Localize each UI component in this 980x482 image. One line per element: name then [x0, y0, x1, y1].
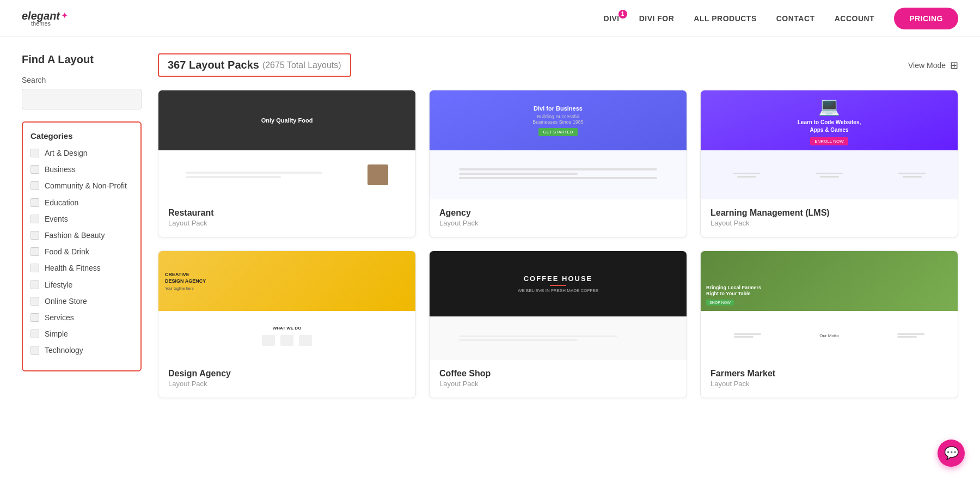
nav-item-divi[interactable]: DIVI 1	[603, 14, 619, 23]
layout-card-coffee-shop[interactable]: COFFEE HOUSE WE BELIEVE IN FRESH MADE CO…	[429, 251, 687, 398]
category-label-services: Services	[45, 313, 74, 322]
category-item-fashion-beauty[interactable]: Fashion & Beauty	[30, 230, 133, 240]
category-item-art-design[interactable]: Art & Design	[30, 148, 133, 158]
category-item-health-fitness[interactable]: Health & Fitness	[30, 263, 133, 273]
chat-icon: 💬	[944, 446, 959, 460]
category-checkbox-education[interactable]	[30, 198, 39, 207]
card-type-coffee-shop: Layout Pack	[439, 380, 677, 388]
category-label-community-non-profit: Community & Non-Profit	[45, 181, 127, 191]
category-item-events[interactable]: Events	[30, 214, 133, 224]
layout-count-sub: (2675 Total Layouts)	[262, 60, 341, 70]
categories-box: Categories Art & Design Business Communi…	[22, 121, 142, 371]
search-label: Search	[22, 76, 142, 84]
content-header: 367 Layout Packs (2675 Total Layouts) Vi…	[158, 53, 958, 77]
category-item-education[interactable]: Education	[30, 198, 133, 208]
category-checkbox-fashion-beauty[interactable]	[30, 231, 39, 240]
page-content: Find A Layout Search Categories Art & De…	[0, 37, 980, 482]
category-label-art-design: Art & Design	[45, 148, 88, 158]
category-item-business[interactable]: Business	[30, 164, 133, 174]
pricing-button[interactable]: PRICING	[894, 8, 958, 29]
nav-item-account[interactable]: ACCOUNT	[835, 14, 875, 23]
card-type-agency: Layout Pack	[439, 219, 677, 227]
category-item-food-drink[interactable]: Food & Drink	[30, 247, 133, 257]
layout-card-agency[interactable]: Divi for Business Building SuccessfulBus…	[429, 90, 687, 237]
categories-title: Categories	[30, 131, 133, 141]
logo[interactable]: elegantthemes ✦	[22, 10, 68, 27]
category-item-technology[interactable]: Technology	[30, 345, 133, 355]
layout-card-design-agency[interactable]: CREATIVEDESIGN AGENCY Your tagline here …	[158, 251, 416, 398]
category-label-technology: Technology	[45, 345, 83, 355]
main-content: 367 Layout Packs (2675 Total Layouts) Vi…	[158, 53, 958, 466]
card-name-design-agency: Design Agency	[168, 369, 406, 379]
category-checkbox-simple[interactable]	[30, 330, 39, 338]
view-mode-label: View Mode	[908, 61, 946, 70]
category-item-lifestyle[interactable]: Lifestyle	[30, 280, 133, 290]
category-item-online-store[interactable]: Online Store	[30, 296, 133, 306]
layout-card-restaurant[interactable]: Only Quality Food Restaurant Layout Pack	[158, 90, 416, 237]
category-label-simple: Simple	[45, 329, 68, 339]
category-label-online-store: Online Store	[45, 296, 87, 306]
card-type-restaurant: Layout Pack	[168, 219, 406, 227]
category-checkbox-community-non-profit[interactable]	[30, 181, 39, 190]
card-name-lms: Learning Management (LMS)	[710, 208, 948, 218]
category-item-simple[interactable]: Simple	[30, 329, 133, 339]
category-label-lifestyle: Lifestyle	[45, 280, 72, 290]
nav-item-divi-for[interactable]: DIVI FOR	[639, 14, 675, 23]
category-checkbox-online-store[interactable]	[30, 297, 39, 306]
layout-count-box: 367 Layout Packs (2675 Total Layouts)	[158, 53, 351, 77]
category-checkbox-business[interactable]	[30, 165, 39, 174]
category-label-events: Events	[45, 214, 68, 224]
category-label-education: Education	[45, 198, 78, 208]
category-checkbox-health-fitness[interactable]	[30, 264, 39, 272]
category-checkbox-lifestyle[interactable]	[30, 280, 39, 289]
card-name-coffee-shop: Coffee Shop	[439, 369, 677, 379]
category-label-fashion-beauty: Fashion & Beauty	[45, 230, 105, 240]
category-label-health-fitness: Health & Fitness	[45, 263, 101, 273]
nav-item-contact[interactable]: CONTACT	[776, 14, 815, 23]
card-type-farmers-market: Layout Pack	[710, 380, 948, 388]
card-name-agency: Agency	[439, 208, 677, 218]
nav-links: DIVI 1 DIVI FOR ALL PRODUCTS CONTACT ACC…	[603, 8, 958, 29]
category-label-food-drink: Food & Drink	[45, 247, 89, 257]
category-checkbox-technology[interactable]	[30, 346, 39, 355]
divi-badge: 1	[618, 10, 627, 19]
category-label-business: Business	[45, 164, 76, 174]
view-mode-icon[interactable]: ⊞	[950, 59, 958, 71]
nav-item-all-products[interactable]: ALL PRODUCTS	[694, 14, 756, 23]
card-name-farmers-market: Farmers Market	[710, 369, 948, 379]
logo-text: elegantthemes	[22, 10, 60, 27]
view-mode: View Mode ⊞	[908, 59, 958, 71]
layout-count-main: 367 Layout Packs	[168, 59, 259, 71]
navbar: elegantthemes ✦ DIVI 1 DIVI FOR ALL PROD…	[0, 0, 980, 37]
card-type-design-agency: Layout Pack	[168, 380, 406, 388]
sidebar-title: Find A Layout	[22, 53, 142, 66]
category-checkbox-events[interactable]	[30, 215, 39, 223]
category-checkbox-art-design[interactable]	[30, 149, 39, 157]
category-checkbox-services[interactable]	[30, 313, 39, 322]
search-input[interactable]	[22, 89, 142, 109]
card-name-restaurant: Restaurant	[168, 208, 406, 218]
layout-card-lms[interactable]: 💻 Learn to Code Websites,Apps & Games EN…	[700, 90, 958, 237]
logo-star-icon: ✦	[61, 10, 68, 21]
category-item-community-non-profit[interactable]: Community & Non-Profit	[30, 181, 133, 191]
category-item-services[interactable]: Services	[30, 313, 133, 322]
category-checkbox-food-drink[interactable]	[30, 247, 39, 256]
layouts-grid: Only Quality Food Restaurant Layout Pack…	[158, 90, 958, 398]
categories-list: Art & Design Business Community & Non-Pr…	[30, 148, 133, 355]
chat-bubble[interactable]: 💬	[938, 440, 965, 467]
sidebar: Find A Layout Search Categories Art & De…	[22, 53, 142, 466]
card-type-lms: Layout Pack	[710, 219, 948, 227]
layout-card-farmers-market[interactable]: Bringing Local FarmersRight to Your Tabl…	[700, 251, 958, 398]
